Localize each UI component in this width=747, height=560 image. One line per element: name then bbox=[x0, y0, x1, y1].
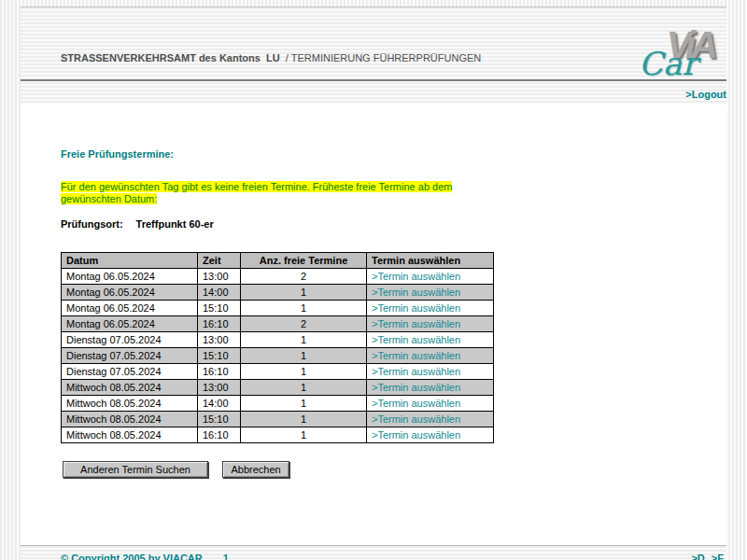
cell-zeit: 13:00 bbox=[198, 332, 241, 348]
cell-datum: Montag 06.05.2024 bbox=[62, 269, 198, 285]
language-switcher: >D >F bbox=[687, 553, 724, 560]
table-row: Montag 06.05.202413:002>Termin auswählen bbox=[62, 269, 494, 285]
cell-zeit: 16:10 bbox=[198, 316, 241, 332]
viacar-logo: ViA Car bbox=[637, 26, 723, 84]
select-appointment-link[interactable]: >Termin auswählen bbox=[372, 382, 460, 393]
table-row: Mittwoch 08.05.202416:101>Termin auswähl… bbox=[62, 427, 494, 443]
cell-anzahl: 1 bbox=[241, 380, 367, 396]
table-row: Dienstag 07.05.202415:101>Termin auswähl… bbox=[62, 348, 494, 364]
cell-termin-auswaehlen: >Termin auswählen bbox=[367, 396, 494, 412]
viacar-logo-car-text: Car bbox=[639, 47, 698, 80]
cell-zeit: 15:10 bbox=[198, 348, 241, 364]
cell-termin-auswaehlen: >Termin auswählen bbox=[367, 348, 494, 364]
table-row: Mittwoch 08.05.202414:001>Termin auswähl… bbox=[62, 396, 494, 412]
main-content: Freie Prüfungstermine: Für den gewünscht… bbox=[21, 105, 726, 545]
cell-termin-auswaehlen: >Termin auswählen bbox=[367, 427, 494, 443]
page-title: Freie Prüfungstermine: bbox=[61, 148, 174, 160]
table-header-row: Datum Zeit Anz. freie Termine Termin aus… bbox=[62, 253, 494, 269]
column-header-anzahl: Anz. freie Termine bbox=[241, 253, 367, 269]
cell-datum: Montag 06.05.2024 bbox=[62, 301, 198, 316]
cell-anzahl: 1 bbox=[241, 301, 367, 316]
cell-datum: Mittwoch 08.05.2024 bbox=[62, 380, 198, 396]
cell-termin-auswaehlen: >Termin auswählen bbox=[367, 364, 494, 380]
cell-datum: Montag 06.05.2024 bbox=[62, 285, 198, 301]
cell-termin-auswaehlen: >Termin auswählen bbox=[367, 285, 494, 301]
table-row: Dienstag 07.05.202416:101>Termin auswähl… bbox=[62, 364, 494, 380]
column-header-datum: Datum bbox=[62, 253, 198, 269]
table-row: Montag 06.05.202415:101>Termin auswählen bbox=[62, 301, 494, 316]
exam-location-label: Prüfungsort: bbox=[61, 218, 123, 230]
cell-termin-auswaehlen: >Termin auswählen bbox=[367, 380, 494, 396]
cell-datum: Mittwoch 08.05.2024 bbox=[62, 427, 198, 443]
cell-zeit: 16:10 bbox=[198, 364, 241, 380]
select-appointment-link[interactable]: >Termin auswählen bbox=[372, 429, 460, 441]
app-title-org: STRASSENVERKEHRSAMT des Kantons LU bbox=[61, 52, 280, 63]
cell-zeit: 15:10 bbox=[198, 412, 241, 427]
cell-zeit: 14:00 bbox=[198, 396, 241, 412]
cell-zeit: 14:00 bbox=[198, 285, 241, 301]
cell-zeit: 16:10 bbox=[198, 427, 241, 443]
copyright-label: © Copyright 2005 by VIACAR bbox=[61, 553, 203, 560]
cell-datum: Dienstag 07.05.2024 bbox=[62, 332, 198, 348]
logout-link[interactable]: >Logout bbox=[685, 89, 726, 100]
cell-zeit: 13:00 bbox=[198, 380, 241, 396]
column-header-zeit: Zeit bbox=[198, 253, 241, 269]
copyright-text: © Copyright 2005 by VIACAR1 bbox=[61, 553, 229, 560]
select-appointment-link[interactable]: >Termin auswählen bbox=[372, 271, 460, 282]
select-appointment-link[interactable]: >Termin auswählen bbox=[372, 398, 460, 409]
free-appointments-table: Datum Zeit Anz. freie Termine Termin aus… bbox=[61, 252, 494, 443]
app-title: STRASSENVERKEHRSAMT des Kantons LU / TER… bbox=[61, 52, 481, 63]
table-row: Montag 06.05.202414:001>Termin auswählen bbox=[62, 285, 494, 301]
cell-termin-auswaehlen: >Termin auswählen bbox=[367, 332, 494, 348]
cell-termin-auswaehlen: >Termin auswählen bbox=[367, 316, 494, 332]
select-appointment-link[interactable]: >Termin auswählen bbox=[372, 350, 460, 361]
cell-datum: Mittwoch 08.05.2024 bbox=[62, 412, 198, 427]
page-number: 1 bbox=[223, 553, 229, 560]
column-header-auswaehlen: Termin auswählen bbox=[367, 253, 494, 269]
exam-location-line: Prüfungsort:Treffpunkt 60-er bbox=[61, 218, 214, 230]
no-free-appointments-notice: Für den gewünschten Tag gibt es keine fr… bbox=[61, 181, 483, 204]
cell-anzahl: 1 bbox=[241, 364, 367, 380]
cell-termin-auswaehlen: >Termin auswählen bbox=[367, 412, 494, 427]
table-row: Dienstag 07.05.202413:001>Termin auswähl… bbox=[62, 332, 494, 348]
cell-datum: Montag 06.05.2024 bbox=[62, 316, 198, 332]
cell-anzahl: 1 bbox=[241, 332, 367, 348]
page-container: STRASSENVERKEHRSAMT des Kantons LU / TER… bbox=[21, 7, 726, 560]
app-title-section: / TERMINIERUNG FÜHRERPRÜFUNGEN bbox=[280, 52, 482, 63]
cell-termin-auswaehlen: >Termin auswählen bbox=[367, 269, 494, 285]
action-button-row: Anderen Termin Suchen Abbrechen bbox=[63, 461, 289, 478]
cell-anzahl: 2 bbox=[241, 316, 367, 332]
cell-anzahl: 1 bbox=[241, 412, 367, 427]
cell-datum: Mittwoch 08.05.2024 bbox=[62, 396, 198, 412]
table-row: Mittwoch 08.05.202415:101>Termin auswähl… bbox=[62, 412, 494, 427]
page-footer: © Copyright 2005 by VIACAR1 >D >F bbox=[21, 545, 726, 560]
cell-zeit: 13:00 bbox=[198, 269, 241, 285]
exam-location-value: Treffpunkt 60-er bbox=[136, 218, 214, 230]
table-row: Montag 06.05.202416:102>Termin auswählen bbox=[62, 316, 494, 332]
page-background: { "header": { "title_bold": "STRASSENVER… bbox=[0, 0, 747, 560]
app-header: STRASSENVERKEHRSAMT des Kantons LU / TER… bbox=[21, 7, 726, 79]
cell-datum: Dienstag 07.05.2024 bbox=[62, 348, 198, 364]
select-appointment-link[interactable]: >Termin auswählen bbox=[372, 287, 460, 298]
cell-anzahl: 2 bbox=[241, 269, 367, 285]
language-link-french[interactable]: >F bbox=[712, 553, 724, 560]
logout-bar: >Logout bbox=[21, 82, 726, 105]
cell-anzahl: 1 bbox=[241, 427, 367, 443]
table-row: Mittwoch 08.05.202413:001>Termin auswähl… bbox=[62, 380, 494, 396]
termine-table-body: Montag 06.05.202413:002>Termin auswählen… bbox=[62, 269, 494, 443]
select-appointment-link[interactable]: >Termin auswählen bbox=[372, 366, 460, 377]
cell-anzahl: 1 bbox=[241, 396, 367, 412]
select-appointment-link[interactable]: >Termin auswählen bbox=[372, 302, 460, 314]
cell-datum: Dienstag 07.05.2024 bbox=[62, 364, 198, 380]
cell-termin-auswaehlen: >Termin auswählen bbox=[367, 301, 494, 316]
language-link-german[interactable]: >D bbox=[691, 553, 704, 560]
select-appointment-link[interactable]: >Termin auswählen bbox=[372, 413, 460, 425]
select-appointment-link[interactable]: >Termin auswählen bbox=[372, 334, 460, 345]
select-appointment-link[interactable]: >Termin auswählen bbox=[372, 318, 460, 329]
notice-highlighted-text: Für den gewünschten Tag gibt es keine fr… bbox=[61, 181, 452, 204]
cell-zeit: 15:10 bbox=[198, 301, 241, 316]
cell-anzahl: 1 bbox=[241, 285, 367, 301]
search-other-appointment-button[interactable]: Anderen Termin Suchen bbox=[63, 461, 208, 478]
cell-anzahl: 1 bbox=[241, 348, 367, 364]
cancel-button[interactable]: Abbrechen bbox=[222, 461, 289, 478]
